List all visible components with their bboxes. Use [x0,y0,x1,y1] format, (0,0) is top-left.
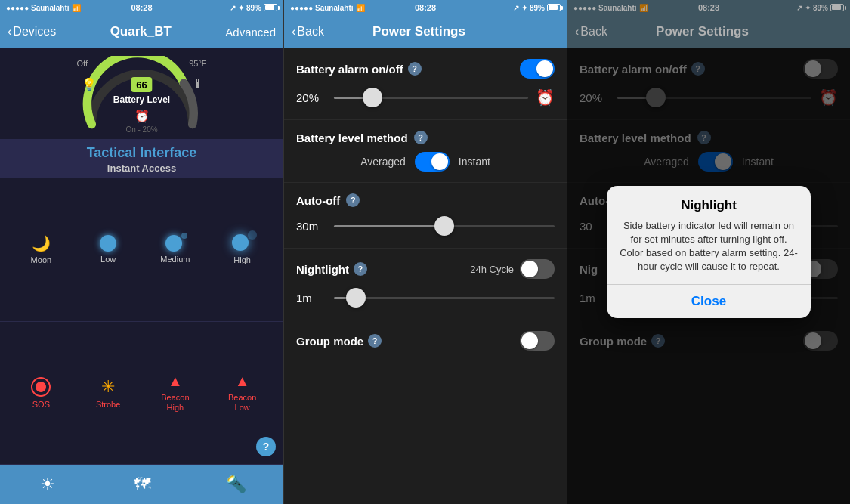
medium-dot-icon [165,235,182,252]
averaged-label: Averaged [360,156,406,168]
toolbar-flashlight[interactable]: 🔦 [214,469,259,499]
battery-level-label: Battery Level [113,94,170,105]
mode-beacon-high[interactable]: ▲ BeaconHigh [145,373,206,413]
battery-pct-1: 89% [246,4,261,12]
alarm-icon-1: ⏰ [536,88,555,107]
nightlight-title: Nightlight [296,263,349,276]
beacon-high-icon: ▲ [168,373,183,390]
slider-thumb-2[interactable] [434,216,454,236]
group-mode-help[interactable]: ? [368,334,382,348]
back-label-1: Devices [13,25,56,39]
battery-pct-2: 89% [530,4,545,12]
moon-label: Moon [31,255,52,264]
battery-alarm-toggle[interactable] [520,59,555,79]
status-bar-2: ●●●●● Saunalahti 📶 08:28 ↗ ✦ 89% [284,0,567,15]
panel-power-settings: ●●●●● Saunalahti 📶 08:28 ↗ ✦ 89% ‹ Back … [283,0,567,504]
time-2: 08:28 [415,3,436,12]
flashlight-icon: 🔦 [226,475,246,494]
group-mode-section: Group mode ? [284,320,567,366]
auto-off-title: Auto-off [296,194,340,207]
nightlight-slider-row: 1m [296,286,555,309]
slider-thumb-3[interactable] [346,288,366,308]
gauge-temp-label: 95°F [189,59,206,68]
nightlight-value: 1m [296,292,326,305]
auto-off-slider-row: 30m [296,215,555,237]
question-button[interactable]: ? [256,437,276,456]
status-bar-1: ●●●●● Saunalahti 📶 08:28 ↗ ✦ 89% [0,0,283,15]
high-dot-icon [232,234,249,251]
nav-right-1[interactable]: Advanced [225,26,276,39]
nightlight-cycle-toggle[interactable] [520,259,555,279]
cycle-label: 24h Cycle [470,264,514,275]
wifi-icon-2: 📶 [356,4,365,12]
nightlight-modal-overlay: Nighlight Side battery indicator led wil… [567,0,850,504]
back-label-2: Back [297,25,324,39]
battery-method-help[interactable]: ? [414,131,428,144]
battery-alarm-help[interactable]: ? [408,62,422,76]
modal-body: Side battery indicator led will remain o… [607,219,811,285]
battery-section: Off 95°F 💡 🌡 66 Battery Level On - 20% ⏰ [0,48,283,139]
bulb-icon: 💡 [82,77,97,91]
modal-close-button[interactable]: Close [607,285,811,318]
low-label: Low [100,255,116,264]
medium-ripple [181,233,187,239]
nightlight-slider[interactable] [334,286,555,309]
mode-strobe[interactable]: ✳ Strobe [78,377,138,409]
wifi-icon-1: 📶 [72,4,81,12]
mode-high[interactable]: High [212,234,273,264]
nav-title-1: Quark_BT [56,24,225,39]
sos-label: SOS [32,400,50,409]
battery-sub-label: On - 20% [125,125,157,134]
toolbar-sun[interactable]: ☀ [25,469,70,499]
averaged-instant-row: Averaged Instant [296,152,555,172]
beacon-low-icon: ▲ [235,373,250,390]
mode-low[interactable]: Low [78,235,138,264]
back-button-2[interactable]: ‹ Back [292,25,324,39]
auto-off-slider[interactable] [334,215,555,237]
group-mode-toggle[interactable] [520,331,555,351]
slider-fill-2 [334,225,444,227]
high-ripple [248,230,257,240]
high-label: High [233,255,251,264]
group-mode-title-row: Group mode ? [296,334,382,348]
battery-value-badge: 66 [131,77,153,92]
bluetooth-icon-2: ✦ [521,4,527,12]
battery-alarm-slider[interactable] [334,86,528,109]
mode-medium[interactable]: Medium [145,235,206,264]
tactical-header: Tactical Interface Instant Access [0,139,283,178]
low-dot-icon [100,235,116,252]
battery-icon-2 [547,4,561,11]
nightlight-section: Nightlight ? 24h Cycle 1m [284,249,567,320]
slider-thumb-1[interactable] [363,88,382,107]
location-icon-1: ↗ [230,4,236,12]
battery-alarm-section: Battery alarm on/off ? 20% ⏰ [284,48,567,120]
avg-instant-toggle[interactable] [415,152,450,172]
battery-value-container: 66 Battery Level [113,77,170,105]
slider-track-1 [334,97,528,99]
mode-beacon-low[interactable]: ▲ BeaconLow [212,373,273,413]
nightlight-help[interactable]: ? [354,262,367,276]
back-button-1[interactable]: ‹ Devices [8,25,56,39]
toggle-knob-1 [536,60,553,77]
battery-method-section: Battery level method ? Averaged Instant [284,120,567,183]
moon-icon: 🌙 [32,234,51,252]
toggle-knob-3 [521,261,538,277]
toggle-knob-2 [431,153,448,170]
mode-moon[interactable]: 🌙 Moon [11,234,71,264]
carrier-2: ●●●●● Saunalahti [290,4,354,12]
mode-row-1: 🌙 Moon Low Medium High [0,178,283,322]
sun-icon: ☀ [40,475,55,494]
settings-content-2: Battery alarm on/off ? 20% ⏰ [284,48,567,504]
toolbar-map[interactable]: 🗺 [119,469,165,499]
nightlight-title-row: Nightlight ? [296,262,367,276]
battery-icon-1 [264,4,277,11]
nav-bar-1: ‹ Devices Quark_BT Advanced [0,15,283,48]
nightlight-right: 24h Cycle [470,259,555,279]
medium-icon-container [165,235,185,252]
auto-off-help[interactable]: ? [346,193,360,207]
mode-row-2: SOS ✳ Strobe ▲ BeaconHigh ▲ BeaconLow ? [0,322,283,465]
tactical-title: Tactical Interface [0,145,283,161]
nightlight-modal: Nighlight Side battery indicator led wil… [607,186,811,319]
battery-alarm-title: Battery alarm on/off [296,63,403,76]
mode-sos[interactable]: SOS [11,377,71,409]
